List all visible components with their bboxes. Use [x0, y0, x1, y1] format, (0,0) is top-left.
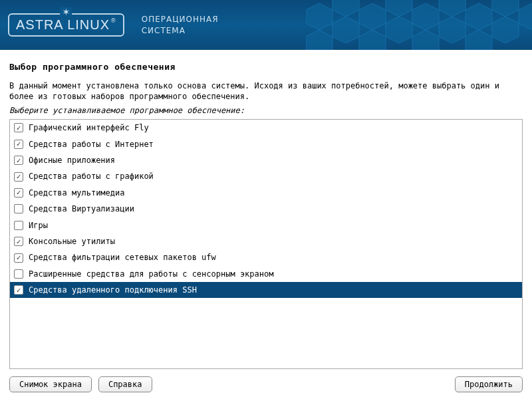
software-list[interactable]: Графический интерфейс FlyСредства работы… [9, 119, 523, 369]
software-row[interactable]: Средства работы с Интернет [10, 136, 522, 152]
svg-marker-15 [466, 30, 492, 50]
svg-marker-7 [492, 17, 519, 43]
software-label: Консольные утилиты [29, 235, 115, 248]
software-label: Средства мультимедиа [29, 186, 125, 200]
software-row[interactable]: Расширенные средства для работы с сенсор… [10, 266, 522, 282]
svg-marker-12 [492, 0, 519, 17]
hex-background [306, 0, 532, 50]
checkbox[interactable] [14, 140, 23, 149]
checkbox[interactable] [14, 204, 23, 213]
checkbox[interactable] [14, 188, 23, 198]
software-label: Средства Виртуализации [29, 202, 134, 215]
software-row[interactable]: Игры [10, 217, 522, 233]
svg-marker-4 [412, 3, 439, 30]
software-label: Средства работы с графикой [29, 170, 154, 183]
intro-text: В данный момент установлена только основ… [9, 81, 523, 102]
software-label: Игры [29, 219, 48, 232]
svg-marker-16 [306, 30, 332, 50]
software-label: Средства работы с Интернет [29, 138, 154, 151]
help-button[interactable]: Справка [98, 376, 152, 392]
software-row[interactable]: Средства мультимедиа [10, 185, 522, 201]
main-panel: Выбор программного обеспечения В данный … [0, 50, 532, 369]
page-title: Выбор программного обеспечения [9, 62, 523, 72]
svg-marker-9 [332, 0, 359, 17]
svg-marker-8 [519, 3, 532, 30]
svg-marker-5 [439, 17, 466, 43]
brand-subtitle: ОПЕРАЦИОННАЯ СИСТЕМА [142, 14, 219, 37]
checkbox[interactable] [14, 253, 23, 263]
software-label: Графический интерфейс Fly [29, 121, 149, 134]
software-label: Офисные приложения [29, 154, 115, 167]
software-label: Расширенные средства для работы с сенсор… [29, 267, 273, 281]
continue-button[interactable]: Продолжить [455, 376, 523, 392]
svg-marker-10 [386, 0, 412, 17]
software-row[interactable]: Средства Виртуализации [10, 201, 522, 217]
checkbox[interactable] [14, 123, 23, 132]
software-row[interactable]: Средства фильтрации сетевых пакетов ufw [10, 249, 522, 265]
software-label: Средства удаленного подключения SSH [29, 283, 197, 297]
prompt-text: Выберите устанавливаемое программное обе… [9, 106, 523, 115]
checkbox[interactable] [14, 237, 23, 246]
footer-bar: Снимок экрана Справка Продолжить [0, 369, 532, 399]
installer-header: ✶ ASTRA LINUX® ОПЕРАЦИОННАЯ СИСТЕМА [0, 0, 532, 50]
svg-marker-6 [466, 3, 492, 30]
software-label: Средства фильтрации сетевых пакетов ufw [29, 251, 216, 264]
software-row[interactable]: Офисные приложения [10, 152, 522, 168]
logo-text: ASTRA LINUX® [16, 17, 116, 32]
software-row[interactable]: Средства работы с графикой [10, 168, 522, 184]
software-row[interactable]: Средства удаленного подключения SSH [10, 282, 522, 298]
logo-star-icon: ✶ [60, 7, 72, 17]
svg-marker-11 [439, 0, 466, 17]
screenshot-button[interactable]: Снимок экрана [9, 376, 92, 392]
software-row[interactable]: Консольные утилиты [10, 233, 522, 249]
svg-marker-2 [359, 3, 386, 30]
checkbox[interactable] [14, 285, 23, 295]
checkbox[interactable] [14, 156, 23, 165]
svg-marker-3 [386, 17, 412, 43]
svg-marker-0 [306, 3, 332, 30]
svg-marker-14 [412, 30, 439, 50]
logo: ✶ ASTRA LINUX® [8, 13, 124, 37]
svg-marker-1 [332, 17, 359, 43]
svg-marker-13 [359, 30, 386, 50]
checkbox[interactable] [14, 172, 23, 182]
checkbox[interactable] [14, 269, 23, 279]
software-row[interactable]: Графический интерфейс Fly [10, 120, 522, 136]
checkbox[interactable] [14, 221, 23, 230]
